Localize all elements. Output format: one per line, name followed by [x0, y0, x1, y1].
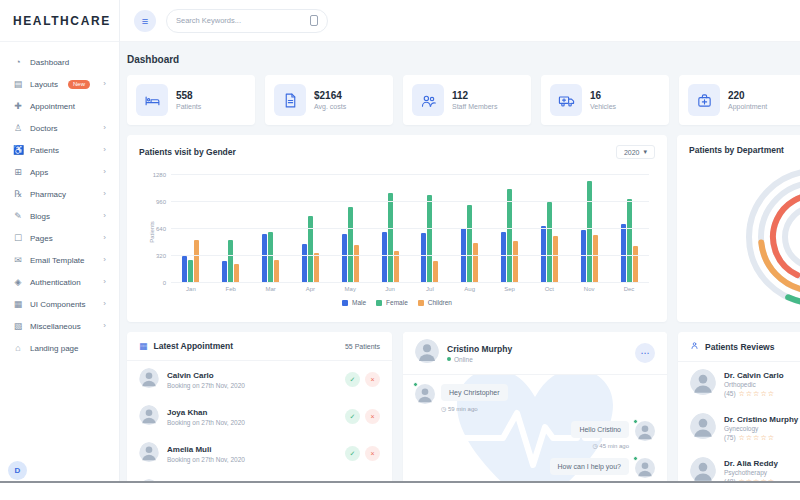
bar-group-oct: [529, 175, 569, 283]
sidebar-item-dashboard[interactable]: ◔Dashboard: [0, 51, 119, 73]
sidebar-item-blogs[interactable]: ✎Blogs›: [0, 205, 119, 227]
bar-female-oct: [547, 202, 552, 283]
avatar: [415, 339, 439, 367]
accept-button[interactable]: ✓: [345, 409, 360, 424]
stat-text: 558Patients: [176, 90, 201, 110]
y-tick-label: 1280: [153, 172, 166, 178]
layouts-icon: ▤: [13, 79, 23, 89]
chat-menu-button[interactable]: ⋯: [635, 343, 655, 363]
stat-card-vehicles: 16Vehicles: [541, 75, 669, 125]
middle-row: Patients visit by Gender 2020 ▾ Patients…: [127, 135, 800, 322]
chart-legend: MaleFemaleChildren: [139, 299, 655, 306]
bar-male-jan: [182, 256, 187, 283]
message-bubble: Hey Christopher: [441, 384, 508, 401]
sidebar-item-label: Appointment: [30, 102, 75, 111]
chevron-right-icon: ›: [103, 80, 106, 88]
message-content: Hello Cristino◷ 45 min ago: [571, 421, 629, 449]
legend-swatch: [376, 300, 382, 306]
bar-group-sep: [490, 175, 530, 283]
y-tick-label: 320: [156, 253, 166, 259]
year-dropdown[interactable]: 2020 ▾: [616, 145, 655, 159]
bar-children-jan: [194, 240, 199, 283]
bar-male-may: [342, 234, 347, 283]
booking-date: Booking on 27th Nov, 2020: [167, 382, 245, 389]
rating-count: (75): [724, 434, 736, 441]
year-dropdown-value: 2020: [624, 149, 640, 156]
doctor-department: Gynecology: [724, 425, 798, 432]
bar-children-oct: [553, 236, 558, 283]
sidebar-item-apps[interactable]: ⊞Apps›: [0, 161, 119, 183]
sidebar-item-label: Authentication: [30, 278, 81, 287]
review-text: Dr. Cristino MurphyGynecology(75)☆☆☆☆☆: [724, 415, 798, 442]
sidebar-item-doctors[interactable]: ♙Doctors›: [0, 117, 119, 139]
pharmacy-icon: ℞: [13, 189, 23, 199]
floating-demo-button[interactable]: D: [8, 461, 27, 480]
chevron-right-icon: ›: [103, 234, 106, 242]
sidebar-item-landing-page[interactable]: ⌂Landing page: [0, 337, 119, 359]
gridline: [171, 255, 649, 256]
stat-value: 112: [452, 90, 497, 101]
sidebar-item-pages[interactable]: ☐Pages›: [0, 227, 119, 249]
bar-female-sep: [507, 189, 512, 283]
bar-male-jun: [382, 232, 387, 283]
sidebar-item-label: UI Components: [30, 300, 86, 309]
sidebar-item-appointment[interactable]: ✚Appointment: [0, 95, 119, 117]
avatar: [690, 369, 716, 399]
sidebar-item-patients[interactable]: ♿Patients›: [0, 139, 119, 161]
accept-button[interactable]: ✓: [345, 446, 360, 461]
gridline: [171, 282, 649, 283]
viewport-bottom-scrollbar[interactable]: [0, 481, 800, 500]
menu-toggle-button[interactable]: ≡: [134, 10, 156, 32]
ambulance-icon: [550, 84, 582, 116]
stat-label: Avg. costs: [314, 103, 346, 110]
x-tick-label: Aug: [450, 286, 490, 292]
stat-text: 112Staff Members: [452, 90, 497, 110]
appointments-count: 55 Patients: [345, 343, 380, 350]
stat-value: 558: [176, 90, 201, 101]
gridline: [171, 174, 649, 175]
sidebar-item-layouts[interactable]: ▤LayoutsNew›: [0, 73, 119, 95]
chevron-right-icon: ›: [103, 322, 106, 330]
sidebar-item-miscellaneous[interactable]: ▧Miscellaneous›: [0, 315, 119, 337]
accept-button[interactable]: ✓: [345, 372, 360, 387]
booking-date: Booking on 27th Nov, 2020: [167, 419, 245, 426]
bar-female-dec: [627, 199, 632, 283]
decline-button[interactable]: ×: [365, 446, 380, 461]
main-content: Dashboard 558Patients$2164Avg. costs112S…: [120, 42, 800, 500]
bar-female-apr: [308, 216, 313, 284]
legend-item-children: Children: [418, 299, 452, 306]
bar-group-apr: [290, 175, 330, 283]
bar-female-feb: [228, 240, 233, 283]
message-bubble: Hello Cristino: [571, 421, 629, 438]
x-axis-labels: JanFebMarAprMayJunJulAugSepOctNovDec: [171, 286, 649, 292]
bar-female-jul: [427, 195, 432, 283]
appointment-text: Calvin CarloBooking on 27th Nov, 2020: [167, 371, 245, 389]
decline-button[interactable]: ×: [365, 409, 380, 424]
sidebar-item-ui-components[interactable]: ▦UI Components›: [0, 293, 119, 315]
decline-button[interactable]: ×: [365, 372, 380, 387]
appointment-row: Amelia MuliBooking on 27th Nov, 2020✓×: [127, 435, 392, 472]
y-axis-title: Patients: [149, 221, 155, 243]
x-tick-label: Mar: [251, 286, 291, 292]
sidebar-item-label: Blogs: [30, 212, 50, 221]
online-dot-icon: [447, 357, 451, 361]
doctor-rating: (75)☆☆☆☆☆: [724, 434, 798, 442]
search-input[interactable]: [176, 16, 304, 25]
avatar: [139, 368, 159, 392]
avatar: [139, 405, 159, 429]
appointment-actions: ✓×: [345, 409, 380, 424]
sidebar-item-label: Pages: [30, 234, 53, 243]
sidebar-item-pharmacy[interactable]: ℞Pharmacy›: [0, 183, 119, 205]
bar-female-nov: [587, 181, 592, 283]
stat-value: 16: [590, 90, 616, 101]
legend-label: Female: [386, 299, 408, 306]
x-tick-label: Jan: [171, 286, 211, 292]
patient-name: Amelia Muli: [167, 445, 245, 454]
stat-value: 220: [728, 90, 767, 101]
chevron-right-icon: ›: [103, 146, 106, 154]
sidebar-item-authentication[interactable]: ◈Authentication›: [0, 271, 119, 293]
bar-male-dec: [621, 224, 626, 283]
stat-text: $2164Avg. costs: [314, 90, 346, 110]
sidebar-item-email-template[interactable]: ✉Email Template›: [0, 249, 119, 271]
bar-group-feb: [211, 175, 251, 283]
